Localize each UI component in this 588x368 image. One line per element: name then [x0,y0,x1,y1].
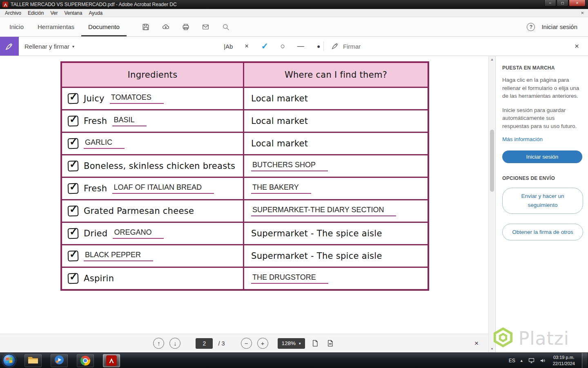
tab-inicio[interactable]: Inicio [2,17,31,36]
row-checkbox[interactable]: ✓ [68,116,79,127]
row-checkbox[interactable]: ✓ [68,273,79,284]
email-icon[interactable] [201,22,210,31]
sign-in-hint-text: Inicie sesión para guardar automáticamen… [502,106,581,130]
print-icon[interactable] [181,22,190,31]
sign-button[interactable]: Firmar [331,37,361,56]
cross-tool[interactable]: × [243,42,251,50]
taskbar-chrome-button[interactable] [77,354,94,367]
zoom-level-dropdown[interactable]: 128% ▾ [278,338,305,349]
where-fill-field[interactable]: THE DRUGSTORE [251,273,328,284]
row-checkbox[interactable]: ✓ [68,93,79,104]
add-text-tool[interactable]: |Ab [224,43,233,50]
where-text: Local market [251,116,308,126]
ingredient-fill-field[interactable]: TOMATOES [110,93,164,104]
circle-tool[interactable]: ○ [278,42,287,51]
taskbar-clock[interactable]: 03:19 p.m. 22/11/2024 [553,355,575,366]
ingredient-fill-field[interactable]: BLACK PEPPER [84,251,153,261]
start-button[interactable] [0,353,18,368]
page-number-input[interactable]: 2 [196,338,213,349]
display-tray-icon[interactable] [528,357,535,364]
tray-expand-icon[interactable]: ▲ [520,359,523,363]
close-button[interactable]: × [569,0,586,7]
sign-in-link[interactable]: Iniciar sesión [541,23,577,30]
where-fill-field[interactable]: THE BAKERY [251,183,311,194]
fill-sign-label: Rellenar y firmar [24,43,69,50]
menubar-close-icon[interactable]: × [581,10,588,16]
toolbar-divider [323,41,324,51]
zoom-out-button[interactable]: − [241,338,252,349]
row-checkbox[interactable]: ✓ [68,228,79,239]
maximize-icon: □ [561,1,564,5]
get-signatures-button[interactable]: Obtener la firma de otros [502,224,583,241]
menu-ventana[interactable]: Ventana [61,9,85,17]
row-checkbox[interactable]: ✓ [68,251,79,262]
next-page-button[interactable]: ↓ [169,338,180,349]
fill-sign-toolbar: Rellenar y firmar ▾ |Ab × ✓ ○ — ● Firmar… [0,37,588,56]
where-fill-field[interactable]: BUTCHERS SHOP [251,161,328,171]
save-icon[interactable] [141,22,150,31]
main-toolbar: Inicio Herramientas Documento ? Iniciar … [0,17,588,37]
upload-cloud-icon[interactable] [161,22,170,31]
scrollbar-thumb[interactable] [490,130,494,192]
minimize-button[interactable]: − [544,0,556,7]
row-checkbox[interactable]: ✓ [68,138,79,149]
ingredient-fill-field[interactable]: LOAF OF ITALIAN BREAD [112,183,214,194]
fit-width-icon[interactable] [325,339,335,348]
check-tool[interactable]: ✓ [261,41,269,51]
page-controls: ↑ ↓ 2 / 3 − + 128% ▾ [153,338,335,349]
pen-icon [331,41,340,52]
ingredient-text: Grated Parmesan cheese [84,206,194,216]
where-text: Local market [251,139,308,148]
ingredient-fill-field[interactable]: BASIL [112,116,147,126]
vertical-scrollbar[interactable]: ▲ ▼ [488,56,495,352]
menu-ayuda[interactable]: Ayuda [85,9,106,17]
toolbar-right: ? Iniciar sesión [527,17,588,36]
where-fill-field[interactable]: SUPERMARKET-THE DIARY SECTION [251,206,396,216]
sidebar-sign-in-button[interactable]: Iniciar sesión [502,150,582,163]
ingredient-fill-field[interactable]: OREGANO [113,228,164,239]
menu-edicion[interactable]: Edición [24,9,47,17]
zoom-in-button[interactable]: + [257,338,268,349]
fill-sign-close-icon[interactable]: × [575,37,579,56]
send-options-heading: OPCIONES DE ENVÍO [502,175,581,181]
check-mark-icon: ✓ [69,181,78,193]
taskbar-media-player-button[interactable] [51,354,68,367]
table-row: ✓ Juicy TOMATOES Local market [62,87,428,109]
clock-date: 22/11/2024 [553,361,575,366]
more-info-link[interactable]: Más información [502,136,581,142]
previous-page-button[interactable]: ↑ [153,338,164,349]
chevron-down-icon: ▾ [299,341,301,346]
help-icon[interactable]: ? [527,23,535,31]
row-checkbox[interactable]: ✓ [68,183,79,194]
language-indicator[interactable]: ES [509,358,515,364]
row-checkbox[interactable]: ✓ [68,161,79,172]
scroll-up-icon[interactable]: ▲ [489,58,495,61]
search-icon[interactable] [221,22,230,31]
folder-icon [28,356,38,366]
windows-logo-icon [3,354,16,367]
row-checkbox[interactable]: ✓ [68,206,79,217]
arrow-down-icon: ↓ [174,340,177,347]
taskbar-explorer-button[interactable] [24,354,42,367]
taskbar-acrobat-button[interactable] [103,354,120,367]
ingredient-fill-field[interactable]: GARLIC [84,138,125,149]
line-tool[interactable]: — [296,42,305,50]
scroll-down-icon[interactable]: ▼ [489,347,495,351]
page-bar-close-icon[interactable]: × [474,339,479,348]
pdf-page[interactable]: Ingredients Where can I find them? ✓ Jui… [0,56,488,334]
maximize-button[interactable]: □ [557,0,568,7]
menu-ver[interactable]: Ver [47,9,61,17]
fit-page-icon[interactable] [310,339,320,348]
menu-archivo[interactable]: Archivo [2,9,24,17]
dot-tool[interactable]: ● [314,43,323,49]
minimize-icon: − [549,1,552,5]
show-desktop-button[interactable] [582,353,587,368]
tab-herramientas[interactable]: Herramientas [31,17,81,36]
tab-documento[interactable]: Documento [81,17,127,36]
chrome-icon [80,356,90,366]
fill-sign-menu[interactable]: Rellenar y firmar ▾ [24,37,74,56]
volume-tray-icon[interactable] [539,357,546,364]
right-panel: PUESTA EN MARCHA Haga clic en la página … [495,56,588,352]
send-track-button[interactable]: Enviar y hacer un seguimiento [502,188,583,213]
check-mark-icon: ✓ [69,271,78,283]
